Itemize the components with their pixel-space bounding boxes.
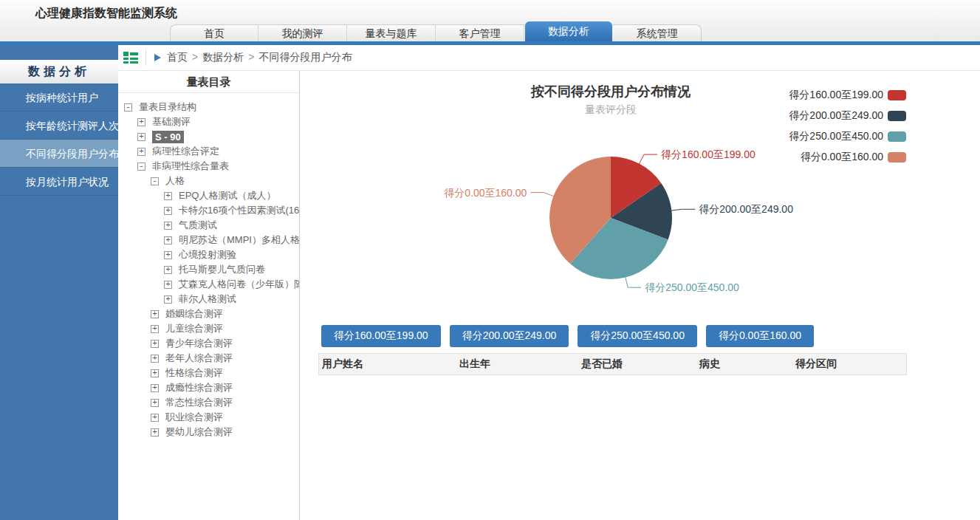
- main-content: 按不同得分段用户分布情况 量表评分段 得分160.00至199.00得分200.…: [301, 71, 980, 520]
- tree-node[interactable]: -量表目录结构: [118, 100, 299, 114]
- expand-icon[interactable]: +: [151, 428, 159, 437]
- nav-tabs: 首页我的测评量表与题库客户管理数据分析系统管理: [170, 21, 702, 41]
- legend-label: 得分160.00至199.00: [789, 89, 883, 102]
- tree-node[interactable]: +明尼苏达（MMPI）多相人格测试: [118, 233, 299, 247]
- tree-node-label: 性格综合测评: [165, 366, 223, 380]
- legend-item[interactable]: 得分160.00至199.00: [789, 89, 906, 102]
- expand-icon[interactable]: +: [151, 414, 159, 422]
- legend-item[interactable]: 得分200.00至249.00: [789, 109, 906, 123]
- tree-node[interactable]: +性格综合测评: [118, 366, 299, 380]
- tree-node[interactable]: -非病理性综合量表: [118, 159, 299, 174]
- expand-icon[interactable]: +: [164, 222, 172, 230]
- expand-icon[interactable]: +: [151, 399, 159, 407]
- table-header-cell: 出生年: [456, 358, 578, 371]
- score-filter-button[interactable]: 得分160.00至199.00: [321, 325, 441, 347]
- tree-node-label: 量表目录结构: [139, 100, 196, 114]
- tree-node[interactable]: +基础测评: [118, 114, 299, 129]
- sidebar-item[interactable]: 按月统计用户状况: [0, 168, 118, 196]
- expand-icon[interactable]: +: [164, 251, 172, 259]
- tree-node[interactable]: -人格: [118, 174, 299, 188]
- breadcrumb-separator: >: [248, 51, 254, 63]
- table-header-cell: 病史: [696, 358, 792, 371]
- app-header: 心理健康指数智能监测系统 首页我的测评量表与题库客户管理数据分析系统管理: [0, 0, 980, 41]
- expand-icon[interactable]: +: [164, 281, 172, 289]
- tree-node-label: 基础测评: [152, 115, 191, 129]
- tree-node-label: S - 90: [152, 131, 184, 143]
- sidebar-item[interactable]: 按病种统计用户: [0, 83, 118, 112]
- nav-tab[interactable]: 首页: [170, 24, 258, 41]
- divider: [145, 49, 146, 66]
- expand-icon[interactable]: +: [164, 295, 172, 304]
- collapse-icon[interactable]: -: [124, 103, 132, 112]
- tree-node[interactable]: +青少年综合测评: [118, 336, 299, 351]
- pie-label: 得分250.00至450.00: [645, 281, 739, 293]
- legend-item[interactable]: 得分0.00至160.00: [789, 151, 906, 164]
- tree-node[interactable]: +菲尔人格测试: [118, 292, 299, 307]
- collapse-icon[interactable]: -: [151, 177, 159, 185]
- expand-icon[interactable]: +: [151, 340, 159, 348]
- expand-icon[interactable]: +: [164, 266, 172, 274]
- expand-icon[interactable]: +: [164, 207, 172, 215]
- tree-node[interactable]: +婚姻综合测评: [118, 307, 299, 321]
- tree-node[interactable]: +EPQ人格测试（成人）: [118, 188, 299, 203]
- score-filter-button[interactable]: 得分250.00至450.00: [578, 325, 697, 347]
- tree-node[interactable]: +婴幼儿综合测评: [118, 425, 299, 439]
- expand-icon[interactable]: +: [151, 384, 159, 392]
- tree-node[interactable]: +病理性综合评定: [118, 144, 299, 159]
- sidebar-item[interactable]: 不同得分段用户分布: [0, 140, 118, 168]
- sidebar-item[interactable]: 按年龄统计测评人次: [0, 112, 118, 140]
- expand-icon[interactable]: +: [137, 118, 145, 126]
- tree-node[interactable]: +托马斯婴儿气质问卷: [118, 262, 299, 277]
- tree-node[interactable]: +儿童综合测评: [118, 321, 299, 336]
- legend-swatch-icon: [888, 90, 906, 100]
- tree-node[interactable]: +老年人综合测评: [118, 351, 299, 366]
- collapse-icon[interactable]: -: [137, 162, 145, 171]
- tree-node-label: 艾森克人格问卷（少年版）陈仲: [179, 278, 300, 291]
- nav-tab[interactable]: 我的测评: [258, 24, 347, 41]
- expand-icon[interactable]: +: [164, 236, 172, 244]
- nav-tab[interactable]: 客户管理: [436, 24, 524, 41]
- list-grid-icon[interactable]: [123, 50, 139, 65]
- expand-icon[interactable]: +: [151, 310, 159, 318]
- tree-node[interactable]: +常态性综合测评: [118, 395, 299, 410]
- tree-node[interactable]: +S - 90: [118, 129, 299, 144]
- legend-swatch-icon: [888, 131, 906, 142]
- expand-icon[interactable]: +: [164, 192, 172, 200]
- app-title: 心理健康指数智能监测系统: [35, 6, 177, 21]
- legend-swatch-icon: [888, 111, 906, 121]
- breadcrumb-item: 不同得分段用户分布: [258, 51, 352, 63]
- tree-node[interactable]: +气质测试: [118, 218, 299, 233]
- tree-node[interactable]: +成瘾性综合测评: [118, 380, 299, 395]
- expand-icon[interactable]: +: [137, 148, 145, 156]
- table-header-cell: 得分区间: [792, 358, 905, 371]
- nav-tab[interactable]: 系统管理: [613, 24, 702, 41]
- tree-node-label: 菲尔人格测试: [179, 292, 236, 306]
- expand-icon[interactable]: +: [137, 133, 145, 141]
- sidebar-title: 数据分析: [0, 60, 118, 83]
- score-filter-button[interactable]: 得分0.00至160.00: [706, 325, 814, 347]
- tree-panel-title: 量表目录: [118, 71, 299, 93]
- tree-node-label: 人格: [165, 174, 185, 188]
- tree-node[interactable]: +心境投射测验: [118, 247, 299, 262]
- score-filter-button[interactable]: 得分200.00至249.00: [450, 325, 569, 347]
- tree-node-label: 心境投射测验: [179, 248, 236, 261]
- legend-swatch-icon: [888, 152, 906, 162]
- tree-node[interactable]: +卡特尔16项个性因素测试(16PF: [118, 203, 299, 218]
- nav-tab[interactable]: 数据分析: [525, 21, 612, 41]
- breadcrumb-item[interactable]: 数据分析: [202, 51, 244, 63]
- expand-icon[interactable]: +: [151, 355, 159, 363]
- breadcrumb-separator: >: [192, 51, 198, 63]
- tree-node[interactable]: +职业综合测评: [118, 410, 299, 425]
- breadcrumb-item[interactable]: 首页: [167, 51, 188, 63]
- legend-item[interactable]: 得分250.00至450.00: [789, 130, 906, 143]
- tree-node-label: 儿童综合测评: [165, 322, 223, 335]
- pie-label: 得分0.00至160.00: [444, 187, 527, 199]
- pie-label-line: [671, 209, 695, 211]
- tree-node[interactable]: +艾森克人格问卷（少年版）陈仲: [118, 277, 299, 292]
- expand-icon[interactable]: +: [151, 325, 159, 333]
- nav-tab[interactable]: 量表与题库: [347, 24, 436, 41]
- tree-node-label: 明尼苏达（MMPI）多相人格测试: [179, 233, 300, 247]
- table-header-cell: 用户姓名: [319, 358, 456, 371]
- expand-icon[interactable]: +: [151, 369, 159, 377]
- chart-legend: 得分160.00至199.00得分200.00至249.00得分250.00至4…: [789, 89, 906, 171]
